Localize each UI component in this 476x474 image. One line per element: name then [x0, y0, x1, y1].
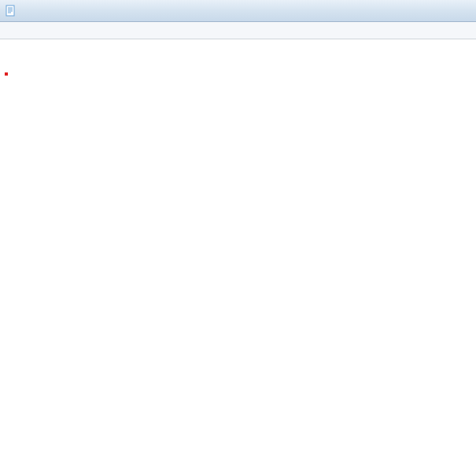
menu-view[interactable]	[41, 29, 54, 32]
notepad-icon	[5, 5, 17, 17]
highlight-box	[5, 72, 8, 76]
menu-edit[interactable]	[16, 29, 28, 32]
menu-format[interactable]	[28, 29, 41, 32]
text-editor-content[interactable]	[0, 39, 476, 474]
menubar	[0, 22, 476, 39]
menu-file[interactable]	[3, 29, 16, 32]
menu-help[interactable]	[54, 29, 66, 32]
window-titlebar	[0, 0, 476, 22]
